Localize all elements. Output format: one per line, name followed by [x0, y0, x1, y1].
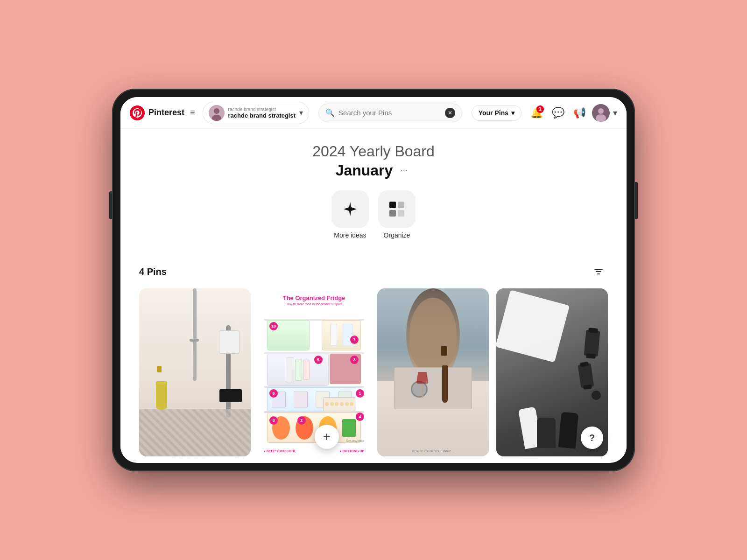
sparkle-svg: [341, 200, 359, 218]
search-input[interactable]: [338, 109, 441, 117]
board-title: 2024 Yearly Board: [139, 143, 608, 160]
account-avatar-image: [209, 105, 225, 121]
main-content: 2024 Yearly Board January ··· More ideas: [120, 129, 627, 262]
pins-section: 4 Pins: [120, 262, 627, 456]
megaphone-icon: 📢: [573, 107, 586, 119]
cooking-image: How to Cook Your Wine...: [377, 288, 489, 456]
user-avatar-image: [592, 104, 610, 122]
fridge-num-1: 1: [356, 389, 364, 398]
organize-button[interactable]: Organize: [378, 190, 416, 239]
navbar-icons: 🔔 1 💬 📢 ▾: [527, 104, 617, 122]
svg-rect-7: [389, 202, 396, 208]
more-options-button[interactable]: ···: [396, 163, 411, 178]
search-scope-chevron-icon: ▾: [511, 109, 514, 117]
organize-svg: [388, 200, 406, 218]
fridge-num-2: 2: [297, 416, 306, 425]
account-name: rachde brand strategist: [228, 112, 296, 119]
question-icon: ?: [589, 433, 595, 443]
navbar-brand: Pinterest ≡: [130, 105, 195, 120]
messages-icon: 💬: [552, 107, 564, 119]
pin-card-3[interactable]: How to Cook Your Wine...: [377, 288, 489, 456]
under-sink-image: [139, 288, 251, 456]
side-button-left: [109, 191, 112, 219]
fridge-num-3: 3: [350, 356, 359, 364]
svg-point-5: [598, 108, 604, 114]
fridge-num-10: 10: [269, 322, 278, 330]
add-pin-button[interactable]: +: [315, 425, 339, 449]
account-info: rachde brand strategist rachde brand str…: [228, 107, 296, 119]
pins-count: 4 Pins: [139, 266, 167, 277]
device-frame: Pinterest ≡ rachde brand strategist rach…: [112, 89, 635, 471]
brand-name-label: Pinterest: [148, 108, 184, 118]
messages-button[interactable]: 💬: [549, 104, 567, 122]
pinterest-logo-icon: [130, 105, 145, 120]
squawkfox-logo: Squawkfox: [346, 439, 364, 443]
help-button[interactable]: ?: [581, 427, 603, 449]
search-scope-selector[interactable]: Your Pins ▾: [472, 105, 521, 121]
notifications-button[interactable]: 🔔 1: [527, 104, 546, 122]
search-clear-button[interactable]: ✕: [445, 108, 455, 118]
pin-card-3-inner: How to Cook Your Wine...: [377, 288, 489, 456]
section-title-row: January ···: [139, 162, 608, 179]
fridge-num-7: 7: [350, 336, 359, 344]
search-icon: 🔍: [325, 108, 335, 117]
filter-icon: [593, 266, 604, 277]
pins-grid: The Organized Fridge How to store food i…: [139, 288, 608, 456]
pin-card-2[interactable]: The Organized Fridge How to store food i…: [258, 288, 370, 456]
svg-point-0: [130, 105, 145, 120]
filter-button[interactable]: [589, 262, 608, 281]
account-selector[interactable]: rachde brand strategist rachde brand str…: [203, 102, 310, 124]
organize-label: Organize: [384, 231, 410, 239]
device-screen: Pinterest ≡ rachde brand strategist rach…: [120, 97, 627, 463]
notification-badge: 1: [536, 105, 544, 113]
side-button-right: [635, 182, 638, 219]
action-buttons: More ideas Organize: [139, 190, 608, 239]
bottoms-up-label: ▸ BOTTOMS UP: [340, 449, 364, 453]
pins-header: 4 Pins: [139, 262, 608, 281]
svg-point-2: [214, 108, 219, 114]
fridge-num-8: 8: [269, 416, 278, 425]
more-ideas-button[interactable]: More ideas: [331, 190, 369, 239]
plus-icon: +: [323, 429, 331, 444]
keep-cool-label: ▸ KEEP YOUR COOL: [264, 449, 296, 453]
svg-rect-8: [398, 202, 404, 208]
navbar: Pinterest ≡ rachde brand strategist rach…: [120, 97, 627, 129]
fridge-footer: ▸ KEEP YOUR COOL ▸ BOTTOMS UP: [264, 449, 364, 453]
sparkle-icon: [331, 190, 369, 228]
account-chevron-icon: ▾: [299, 108, 303, 117]
search-scope-label: Your Pins: [479, 109, 508, 117]
fridge-image: The Organized Fridge How to store food i…: [258, 288, 370, 456]
section-title: January: [336, 162, 393, 179]
fridge-num-5: 5: [314, 356, 323, 364]
more-ideas-label: More ideas: [334, 231, 366, 239]
account-subtitle: rachde brand strategist: [228, 107, 296, 112]
pin-card-1[interactable]: [139, 288, 251, 456]
pin-card-2-inner: The Organized Fridge How to store food i…: [258, 288, 370, 456]
ellipsis-icon: ···: [401, 166, 408, 175]
announcements-button[interactable]: 📢: [570, 104, 589, 122]
hamburger-icon[interactable]: ≡: [190, 108, 195, 118]
pin-card-1-inner: [139, 288, 251, 456]
svg-rect-10: [398, 210, 404, 217]
search-bar[interactable]: 🔍 ✕: [318, 104, 462, 122]
user-avatar-nav[interactable]: [592, 104, 610, 122]
organize-icon: [378, 190, 416, 228]
account-avatar: [209, 105, 225, 121]
svg-point-6: [596, 114, 606, 122]
more-chevron-icon[interactable]: ▾: [613, 108, 617, 118]
svg-rect-9: [389, 210, 396, 217]
